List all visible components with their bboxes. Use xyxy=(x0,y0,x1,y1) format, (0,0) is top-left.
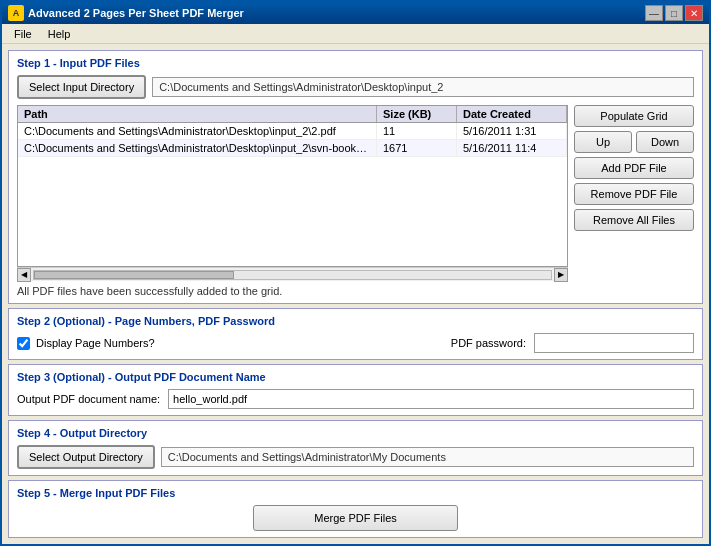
grid-cell-size-0: 11 xyxy=(377,123,457,139)
password-row: PDF password: xyxy=(451,333,694,353)
window-title: Advanced 2 Pages Per Sheet PDF Merger xyxy=(28,7,645,19)
grid-cell-size-1: 1671 xyxy=(377,140,457,156)
menu-bar: File Help xyxy=(2,24,709,44)
status-text: All PDF files have been successfully add… xyxy=(17,285,568,297)
step2-section: Step 2 (Optional) - Page Numbers, PDF Pa… xyxy=(8,308,703,360)
output-name-label: Output PDF document name: xyxy=(17,393,160,405)
grid-cell-path-0: C:\Documents and Settings\Administrator\… xyxy=(18,123,377,139)
scrollbar-thumb[interactable] xyxy=(34,271,234,279)
populate-grid-button[interactable]: Populate Grid xyxy=(574,105,694,127)
up-down-row: Up Down xyxy=(574,131,694,153)
step3-title: Step 3 (Optional) - Output PDF Document … xyxy=(17,371,694,383)
main-window: A Advanced 2 Pages Per Sheet PDF Merger … xyxy=(0,0,711,546)
grid-area: Path Size (KB) Date Created C:\Documents… xyxy=(17,105,568,297)
output-dir-path: C:\Documents and Settings\Administrator\… xyxy=(161,447,694,467)
password-label: PDF password: xyxy=(451,337,526,349)
step2-title: Step 2 (Optional) - Page Numbers, PDF Pa… xyxy=(17,315,694,327)
page-numbers-label: Display Page Numbers? xyxy=(36,337,155,349)
step4-section: Step 4 - Output Directory Select Output … xyxy=(8,420,703,476)
grid-cell-date-1: 5/16/2011 11:4 xyxy=(457,140,567,156)
step1-header: Select Input Directory C:\Documents and … xyxy=(17,75,694,99)
add-pdf-file-button[interactable]: Add PDF File xyxy=(574,157,694,179)
display-page-numbers-checkbox[interactable] xyxy=(17,337,30,350)
scroll-left-arrow[interactable]: ◀ xyxy=(17,268,31,282)
maximize-button[interactable]: □ xyxy=(665,5,683,21)
step1-section: Step 1 - Input PDF Files Select Input Di… xyxy=(8,50,703,304)
menu-help[interactable]: Help xyxy=(40,26,79,42)
title-buttons: — □ ✕ xyxy=(645,5,703,21)
step5-body: Merge PDF Files xyxy=(17,505,694,531)
side-buttons: Populate Grid Up Down Add PDF File Remov… xyxy=(574,105,694,297)
input-dir-path: C:\Documents and Settings\Administrator\… xyxy=(152,77,694,97)
remove-all-files-button[interactable]: Remove All Files xyxy=(574,209,694,231)
step4-title: Step 4 - Output Directory xyxy=(17,427,694,439)
main-content: Step 1 - Input PDF Files Select Input Di… xyxy=(2,44,709,544)
merge-pdf-files-button[interactable]: Merge PDF Files xyxy=(253,505,458,531)
step1-body: Path Size (KB) Date Created C:\Documents… xyxy=(17,105,694,297)
up-button[interactable]: Up xyxy=(574,131,632,153)
close-button[interactable]: ✕ xyxy=(685,5,703,21)
app-icon: A xyxy=(8,5,24,21)
step3-body: Output PDF document name: xyxy=(17,389,694,409)
grid-header-size: Size (KB) xyxy=(377,106,457,122)
grid-cell-path-1: C:\Documents and Settings\Administrator\… xyxy=(18,140,377,156)
step4-body: Select Output Directory C:\Documents and… xyxy=(17,445,694,469)
file-grid: Path Size (KB) Date Created C:\Documents… xyxy=(17,105,568,267)
minimize-button[interactable]: — xyxy=(645,5,663,21)
password-input[interactable] xyxy=(534,333,694,353)
scroll-right-arrow[interactable]: ▶ xyxy=(554,268,568,282)
horizontal-scrollbar[interactable]: ◀ ▶ xyxy=(17,267,568,281)
step5-title: Step 5 - Merge Input PDF Files xyxy=(17,487,694,499)
grid-header: Path Size (KB) Date Created xyxy=(18,106,567,123)
step3-section: Step 3 (Optional) - Output PDF Document … xyxy=(8,364,703,416)
grid-cell-date-0: 5/16/2011 1:31 xyxy=(457,123,567,139)
output-name-input[interactable] xyxy=(168,389,694,409)
table-row[interactable]: C:\Documents and Settings\Administrator\… xyxy=(18,140,567,157)
menu-file[interactable]: File xyxy=(6,26,40,42)
step5-section: Step 5 - Merge Input PDF Files Merge PDF… xyxy=(8,480,703,538)
select-output-dir-button[interactable]: Select Output Directory xyxy=(17,445,155,469)
table-row[interactable]: C:\Documents and Settings\Administrator\… xyxy=(18,123,567,140)
grid-header-date: Date Created xyxy=(457,106,567,122)
remove-pdf-file-button[interactable]: Remove PDF File xyxy=(574,183,694,205)
scrollbar-track[interactable] xyxy=(33,270,552,280)
page-numbers-row: Display Page Numbers? xyxy=(17,337,155,350)
title-bar: A Advanced 2 Pages Per Sheet PDF Merger … xyxy=(2,2,709,24)
step1-title: Step 1 - Input PDF Files xyxy=(17,57,694,69)
select-input-dir-button[interactable]: Select Input Directory xyxy=(17,75,146,99)
down-button[interactable]: Down xyxy=(636,131,694,153)
grid-header-path: Path xyxy=(18,106,377,122)
step2-body: Display Page Numbers? PDF password: xyxy=(17,333,694,353)
